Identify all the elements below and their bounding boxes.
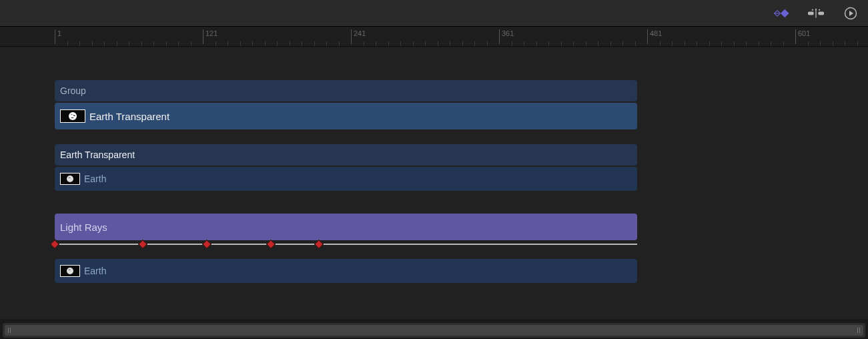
earth-thumbnail-icon: [60, 173, 80, 185]
effect-clip-light-rays[interactable]: Light Rays: [55, 214, 637, 240]
svg-rect-4: [818, 11, 824, 15]
svg-marker-10: [849, 11, 853, 16]
earth-thumbnail-icon: [60, 265, 80, 277]
keyframe-marker[interactable]: [50, 240, 59, 249]
ruler-tick-label: 481: [650, 29, 662, 37]
svg-point-6: [812, 9, 813, 10]
svg-rect-3: [808, 11, 814, 15]
ruler-tick-label: 121: [205, 29, 218, 37]
scrollbar-grip-left[interactable]: [7, 328, 11, 333]
timeline-toolbar: [0, 0, 868, 27]
horizontal-scrollbar[interactable]: [3, 323, 865, 338]
keyframe-marker[interactable]: [138, 240, 147, 249]
svg-point-11: [69, 112, 77, 120]
timeline-body[interactable]: Group Earth Transparent Earth Transparen…: [0, 47, 868, 319]
group-header-bar[interactable]: Group: [55, 80, 637, 101]
layer-clip-earth[interactable]: Earth: [55, 167, 637, 191]
ruler-tick-label: 241: [354, 29, 366, 37]
layer-header-label: Earth Transparent: [60, 149, 135, 160]
snap-icon[interactable]: [808, 5, 824, 21]
earth-thumbnail-icon: [60, 109, 85, 123]
timeline-ruler[interactable]: 1121241361481601: [0, 27, 868, 47]
group-clip[interactable]: Earth Transparent: [55, 103, 637, 129]
effect-clip-label: Light Rays: [60, 222, 107, 233]
scrollbar-grip-right[interactable]: [857, 328, 861, 333]
ruler-tick-label: 1: [57, 29, 61, 37]
svg-point-12: [67, 176, 73, 182]
keyframe-marker[interactable]: [314, 240, 324, 249]
ruler-tick-label: 361: [502, 29, 514, 37]
group-clip-label: Earth Transparent: [89, 111, 169, 122]
group-header-label: Group: [60, 85, 86, 96]
ruler-tick-label: 601: [798, 29, 810, 37]
svg-point-13: [67, 268, 73, 274]
keyframe-marker[interactable]: [266, 240, 276, 249]
play-circle-icon[interactable]: [843, 5, 859, 21]
scrollbar-thumb[interactable]: [5, 325, 863, 336]
layer-clip-earth[interactable]: Earth: [55, 259, 637, 283]
svg-point-8: [819, 9, 820, 10]
svg-rect-2: [781, 9, 789, 17]
layer-clip-label: Earth: [84, 266, 106, 276]
layer-clip-label: Earth: [84, 174, 106, 184]
keyframe-track[interactable]: [55, 242, 637, 247]
keyframe-marker[interactable]: [202, 240, 211, 249]
layer-header-bar[interactable]: Earth Transparent: [55, 144, 637, 165]
svg-point-7: [815, 8, 817, 9]
keyframe-toggle-icon[interactable]: [773, 5, 789, 21]
